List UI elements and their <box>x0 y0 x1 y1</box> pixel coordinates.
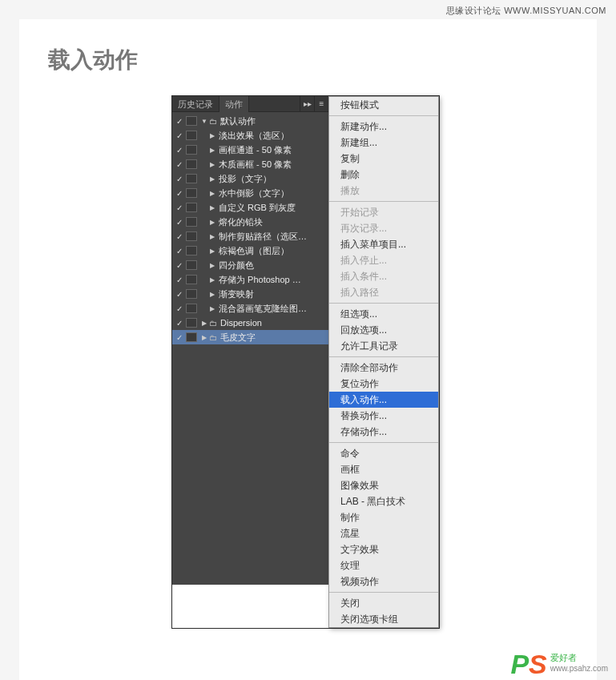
menu-item[interactable]: 画框 <box>329 461 438 477</box>
dialog-toggle-icon[interactable] <box>186 159 197 169</box>
dialog-toggle-icon[interactable] <box>186 304 197 313</box>
menu-item[interactable]: 制作 <box>329 509 438 525</box>
chevron-right-icon[interactable]: ▶ <box>200 334 208 341</box>
dialog-toggle-icon[interactable] <box>186 332 197 342</box>
action-row[interactable]: ✓▶水中倒影（文字） <box>172 186 328 200</box>
check-icon[interactable]: ✓ <box>175 218 184 227</box>
dialog-toggle-icon[interactable] <box>186 275 197 284</box>
menu-item[interactable]: 新建动作... <box>329 119 438 135</box>
check-icon[interactable]: ✓ <box>175 333 184 342</box>
action-row[interactable]: ✓▶渐变映射 <box>172 287 328 301</box>
menu-item[interactable]: 流星 <box>329 525 438 541</box>
chevron-right-icon[interactable]: ▶ <box>208 175 216 183</box>
check-icon[interactable]: ✓ <box>175 276 184 284</box>
menu-item[interactable]: 关闭选项卡组 <box>329 611 438 627</box>
menu-item[interactable]: 命令 <box>329 445 438 461</box>
action-row[interactable]: ✓▶熔化的铅块 <box>172 215 328 229</box>
menu-item[interactable]: 载入动作... <box>329 392 438 408</box>
check-icon[interactable]: ✓ <box>175 146 184 155</box>
action-row[interactable]: ✓▶🗀Dispersion <box>172 316 328 330</box>
action-label: 投影（文字） <box>216 173 272 185</box>
chevron-right-icon[interactable]: ▶ <box>208 204 216 211</box>
chevron-right-icon[interactable]: ▶ <box>208 233 216 240</box>
menu-item[interactable]: 新建组... <box>329 135 438 151</box>
menu-item[interactable]: 按钮模式 <box>329 97 438 113</box>
chevron-right-icon[interactable]: ▶ <box>200 320 208 327</box>
dialog-toggle-icon[interactable] <box>186 217 197 227</box>
check-icon[interactable]: ✓ <box>175 261 184 270</box>
dialog-toggle-icon[interactable] <box>186 188 197 198</box>
dialog-toggle-icon[interactable] <box>186 131 197 140</box>
check-icon[interactable]: ✓ <box>175 175 184 183</box>
chevron-right-icon[interactable]: ▶ <box>208 147 216 154</box>
tab-history[interactable]: 历史记录 <box>172 96 219 112</box>
check-icon[interactable]: ✓ <box>175 189 184 198</box>
chevron-right-icon[interactable]: ▶ <box>208 291 216 298</box>
chevron-right-icon[interactable]: ▶ <box>208 276 216 284</box>
check-icon[interactable]: ✓ <box>175 247 184 256</box>
menu-item[interactable]: 组选项... <box>329 306 438 322</box>
action-row[interactable]: ✓▶四分颜色 <box>172 258 328 272</box>
actions-list: ✓▼🗀默认动作✓▶淡出效果（选区）✓▶画框通道 - 50 像素✓▶木质画框 - … <box>172 112 328 585</box>
action-row[interactable]: ✓▶存储为 Photoshop … <box>172 272 328 287</box>
action-row[interactable]: ✓▶混合器画笔克隆绘图… <box>172 301 328 316</box>
check-icon[interactable]: ✓ <box>175 117 184 126</box>
action-row[interactable]: ✓▶自定义 RGB 到灰度 <box>172 200 328 215</box>
menu-item[interactable]: 替换动作... <box>329 408 438 424</box>
action-row[interactable]: ✓▶投影（文字） <box>172 171 328 186</box>
dialog-toggle-icon[interactable] <box>186 203 197 212</box>
logo-url: www.psahz.com <box>550 663 608 674</box>
menu-item: 播放 <box>329 183 438 199</box>
tab-actions[interactable]: 动作 <box>219 96 249 112</box>
menu-item[interactable]: 文字效果 <box>329 541 438 557</box>
menu-item[interactable]: 存储动作... <box>329 424 438 440</box>
menu-item[interactable]: 纹理 <box>329 557 438 573</box>
chevron-down-icon[interactable]: ▼ <box>200 118 208 125</box>
menu-item[interactable]: 复位动作 <box>329 376 438 392</box>
chevron-right-icon[interactable]: ▶ <box>208 262 216 269</box>
chevron-right-icon[interactable]: ▶ <box>208 219 216 226</box>
flyout-menu-icon[interactable]: ▸▸ <box>300 96 314 112</box>
dialog-toggle-icon[interactable] <box>186 174 197 183</box>
action-row[interactable]: ✓▶木质画框 - 50 像素 <box>172 157 328 171</box>
chevron-right-icon[interactable]: ▶ <box>208 305 216 312</box>
action-row[interactable]: ✓▶棕褐色调（图层） <box>172 243 328 258</box>
check-icon[interactable]: ✓ <box>175 290 184 299</box>
menu-item[interactable]: 清除全部动作 <box>329 360 438 376</box>
menu-item[interactable]: 回放选项... <box>329 322 438 338</box>
dialog-toggle-icon[interactable] <box>186 145 197 155</box>
menu-item[interactable]: LAB - 黑白技术 <box>329 493 438 509</box>
menu-item[interactable]: 插入菜单项目... <box>329 236 438 252</box>
dialog-toggle-icon[interactable] <box>186 260 197 270</box>
action-row[interactable]: ✓▶制作剪贴路径（选区… <box>172 229 328 243</box>
chevron-right-icon[interactable]: ▶ <box>208 132 216 139</box>
action-label: 制作剪贴路径（选区… <box>216 231 307 243</box>
dialog-toggle-icon[interactable] <box>186 318 197 328</box>
check-icon[interactable]: ✓ <box>175 232 184 241</box>
panel-menu-icon[interactable]: ≡ <box>314 96 328 112</box>
menu-item[interactable]: 允许工具记录 <box>329 338 438 354</box>
action-label: 棕褐色调（图层） <box>216 245 289 257</box>
check-icon[interactable]: ✓ <box>175 203 184 212</box>
action-row[interactable]: ✓▼🗀默认动作 <box>172 114 328 128</box>
dialog-toggle-icon[interactable] <box>186 231 197 241</box>
menu-item[interactable]: 复制 <box>329 151 438 167</box>
menu-item[interactable]: 图像效果 <box>329 477 438 493</box>
dialog-toggle-icon[interactable] <box>186 116 197 126</box>
check-icon[interactable]: ✓ <box>175 131 184 140</box>
check-icon[interactable]: ✓ <box>175 304 184 313</box>
dialog-toggle-icon[interactable] <box>186 246 197 256</box>
action-row[interactable]: ✓▶画框通道 - 50 像素 <box>172 143 328 157</box>
menu-item[interactable]: 关闭 <box>329 595 438 611</box>
chevron-right-icon[interactable]: ▶ <box>208 190 216 197</box>
dialog-toggle-icon[interactable] <box>186 289 197 299</box>
menu-item[interactable]: 删除 <box>329 167 438 183</box>
action-row[interactable]: ✓▶淡出效果（选区） <box>172 128 328 143</box>
chevron-right-icon[interactable]: ▶ <box>208 247 216 255</box>
action-row[interactable]: ✓▶🗀毛皮文字 <box>172 330 328 344</box>
menu-item[interactable]: 视频动作 <box>329 573 438 589</box>
chevron-right-icon[interactable]: ▶ <box>208 161 216 168</box>
menu-item: 插入条件... <box>329 268 438 284</box>
check-icon[interactable]: ✓ <box>175 160 184 169</box>
check-icon[interactable]: ✓ <box>175 319 184 328</box>
